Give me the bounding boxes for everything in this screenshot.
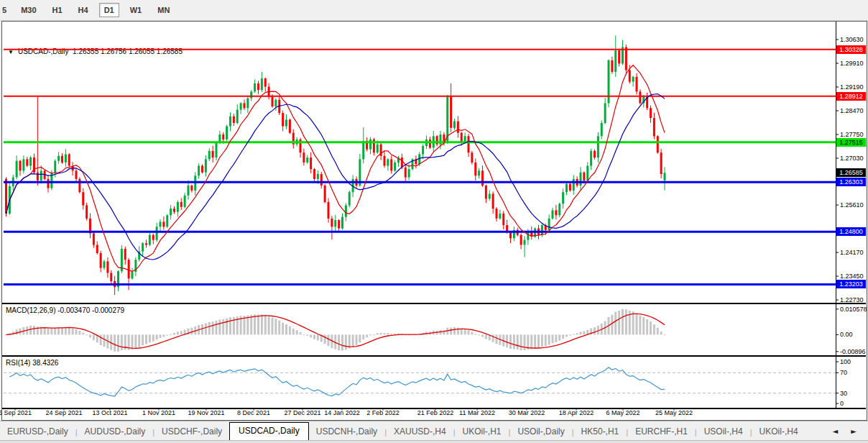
- price-axis-tick-label: 1.24170: [840, 249, 864, 256]
- current-price-tag: 1.26585: [836, 168, 866, 177]
- rsi-value: 38.4326: [32, 359, 58, 367]
- level-price-tag: 1.27515: [836, 138, 866, 147]
- price-axis-tick-label: 1.29190: [840, 83, 864, 91]
- price-axis-tick-label: 1.29910: [840, 60, 864, 67]
- date-axis-label: 30 Mar 2022: [509, 409, 545, 416]
- symbol-tab-eurusd[interactable]: EURUSD-,Daily: [0, 424, 75, 441]
- rsi-axis-label: 100: [840, 358, 851, 365]
- price-axis-tick-label: 1.28470: [840, 107, 864, 114]
- symbol-tab-eurchf[interactable]: EURCHF-,H1: [628, 424, 695, 441]
- date-axis-label: 1 Nov 2021: [142, 409, 175, 416]
- level-price-tag: 1.24800: [836, 227, 866, 236]
- date-axis-label: 21 Feb 2022: [417, 409, 454, 416]
- date-axis-label: 8 Dec 2021: [237, 409, 270, 416]
- level-price-tag: 1.30328: [836, 45, 866, 54]
- main-pane-border: [2, 303, 866, 304]
- symbol-tab-audusd[interactable]: AUDUSD-,Daily: [78, 424, 153, 441]
- trading-platform-window: 5M30H1H4D1W1MN ▼USDCAD-,Daily 1.26355 1.…: [0, 0, 868, 443]
- macd-pane-border: [2, 355, 866, 357]
- moving-average-slow: [6, 94, 665, 260]
- symbol-tab-ukoil[interactable]: UKOil-,H4: [752, 424, 805, 441]
- level-price-tag: 1.28912: [836, 92, 866, 101]
- date-axis-label: 6 May 2022: [606, 409, 640, 416]
- macd-axis-label: 0.010578: [840, 306, 867, 313]
- price-chart-plot[interactable]: [0, 0, 868, 443]
- macd-label: MACD(12,26,9) -0.003470 -0.000279: [6, 306, 124, 314]
- level-price-tag: 1.26303: [836, 178, 866, 186]
- date-axis-label: 19 Nov 2021: [188, 409, 224, 416]
- rsi-label: RSI(14) 38.4326: [6, 359, 58, 367]
- price-axis-tick-label: 1.27030: [840, 155, 864, 162]
- date-axis-label: 25 May 2022: [655, 409, 693, 416]
- symbol-tab-hk50[interactable]: HK50-,H1: [574, 424, 627, 441]
- date-axis-label: 13 Oct 2021: [92, 409, 127, 416]
- symbol-tab-xauusd[interactable]: XAUUSD-,H4: [387, 424, 453, 441]
- price-axis-tick-label: 1.25610: [840, 201, 864, 209]
- macd-values: -0.003470 -0.000279: [57, 306, 124, 314]
- price-axis-tick-label: 1.30630: [840, 36, 864, 43]
- rsi-axis-label: 30: [840, 390, 847, 397]
- date-axis-label: 6 Sep 2021: [0, 409, 32, 416]
- date-axis-label: 18 Apr 2022: [559, 409, 594, 416]
- symbol-tab-usoil[interactable]: USOil-,H4: [697, 424, 750, 441]
- scroll-right-icon[interactable]: ►: [851, 427, 857, 435]
- date-axis-label: 2 Feb 2022: [366, 409, 400, 416]
- symbol-tab-ukoil[interactable]: UKOil-,H1: [456, 424, 509, 441]
- macd-axis-label: 0.00: [840, 331, 853, 338]
- date-axis-label: 24 Sep 2021: [45, 409, 82, 416]
- symbol-tab-usdcad[interactable]: USDCAD-,Daily: [229, 422, 309, 441]
- rsi-line: [9, 367, 665, 396]
- rsi-axis-label: 70: [840, 369, 847, 376]
- support-resistance-lines: [4, 50, 836, 285]
- symbol-tab-usdchf[interactable]: USDCHF-,Daily: [154, 424, 229, 441]
- bottom-strip: [0, 440, 868, 443]
- price-axis-tick-label: 1.27750: [840, 131, 864, 138]
- date-axis-label: 11 Mar 2022: [459, 409, 495, 416]
- price-axis-tick-label: 1.22730: [840, 296, 864, 303]
- symbol-tab-usdcnh[interactable]: USDCNH-,Daily: [309, 424, 384, 441]
- date-axis-label: 14 Jan 2022: [324, 409, 360, 416]
- macd-axis-label: -0.00896: [840, 348, 866, 355]
- rsi-axis-label: 0: [840, 400, 844, 407]
- price-axis-separator: [836, 22, 836, 408]
- tab-scroll-controls: ◄►: [833, 427, 868, 441]
- date-axis-label: 27 Dec 2021: [284, 409, 320, 416]
- symbol-tab-usoil[interactable]: USOil-,Daily: [510, 424, 571, 441]
- level-price-tag: 1.23203: [836, 280, 866, 288]
- symbol-tab-bar: EURUSD-,Daily|AUDUSD-,Daily|USDCHF-,Dail…: [0, 421, 868, 441]
- macd-histogram: [5, 309, 666, 352]
- price-axis-tick-label: 1.23450: [840, 273, 864, 280]
- scroll-left-icon[interactable]: ◄: [833, 427, 839, 435]
- candles-layer: [5, 36, 666, 296]
